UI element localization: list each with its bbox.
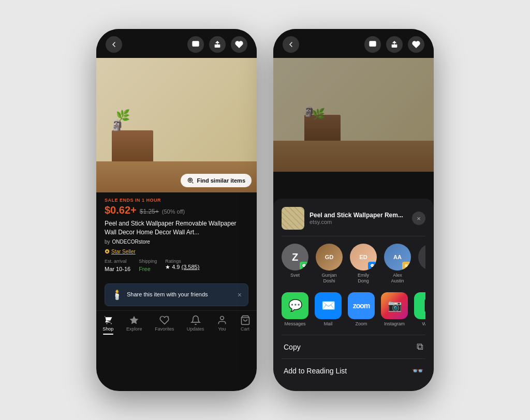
right-heart-button[interactable] <box>408 36 424 53</box>
find-similar-button[interactable]: Find similar items <box>181 174 252 187</box>
message-icon-button[interactable] <box>187 36 204 53</box>
app-instagram[interactable]: 📷 Instagram <box>381 292 408 326</box>
price-original: $1.25+ <box>140 208 159 215</box>
page-wrapper: 🌿 🗿 Find similar items SALE ENDS IN 1 HO… <box>0 0 530 420</box>
nav-cart[interactable]: Cart <box>240 315 251 335</box>
svg-rect-4 <box>370 41 376 46</box>
contact-initial-alex: AA <box>393 254 402 260</box>
app-zoom[interactable]: zoom Zoom <box>348 292 375 326</box>
copy-icon: ⧉ <box>417 341 423 352</box>
price-row: $0.62+ $1.25+ (50% off) <box>105 204 248 216</box>
contact-initial-gunjan: GD <box>325 254 334 260</box>
app-messages-label: Messages <box>284 321 305 326</box>
ratings-label: Ratings <box>165 259 199 264</box>
right-top-bar-left <box>283 36 299 53</box>
dresser <box>112 130 153 164</box>
right-wallpaper: 🌿 🗿 <box>273 58 434 172</box>
back-button[interactable] <box>106 36 122 53</box>
reading-list-icon: 👓 <box>412 365 423 377</box>
close-icon: × <box>417 215 421 222</box>
contact-initial-emily: ED <box>359 254 367 260</box>
whatsapp-icon: 📱 <box>414 292 425 319</box>
contact-name-emily: EmilyDong <box>358 273 369 284</box>
contact-alex[interactable]: AA ⊞ AlexAustin <box>384 244 411 284</box>
share-sheet-domain: etsy.com <box>310 219 407 225</box>
nav-explore[interactable]: Explore <box>126 315 142 335</box>
nav-you[interactable]: You <box>217 315 227 335</box>
right-message-button[interactable] <box>364 36 381 53</box>
right-bust: 🗿 <box>303 106 315 117</box>
nav-you-label: You <box>218 326 226 332</box>
product-info: SALE ENDS IN 1 HOUR $0.62+ $1.25+ (50% o… <box>96 192 257 283</box>
svet-badge: 💬 <box>300 262 308 270</box>
right-phone: 🌿 🗿 Peel and Stick Wallpaper Rem... etsy… <box>273 29 434 391</box>
arrival-value: Mar 10-16 <box>105 266 130 272</box>
star-seller-label: Star Seller <box>111 249 136 254</box>
instagram-icon: 📷 <box>381 292 408 319</box>
star-icon: ★ <box>165 264 170 271</box>
share-sheet: Peel and Stick Wallpaper Rem... etsy.com… <box>273 199 434 391</box>
product-title: Peel and Stick Wallpaper Removable Wallp… <box>105 219 248 237</box>
app-messages[interactable]: 💬 Messages <box>282 292 308 326</box>
app-whatsapp[interactable]: 📱 Wh... <box>414 292 425 326</box>
share-sheet-title: Peel and Stick Wallpaper Rem... <box>310 212 407 219</box>
shipping-label: Shipping <box>139 259 157 264</box>
app-mail-label: Mail <box>324 321 333 326</box>
arrival-label: Est. arrival <box>105 259 130 264</box>
reading-list-label: Add to Reading List <box>284 367 347 375</box>
share-banner-close[interactable]: × <box>238 291 242 299</box>
svg-rect-0 <box>193 41 199 46</box>
contact-emily[interactable]: ED 💬 EmilyDong <box>350 244 377 284</box>
top-bar-left <box>106 36 122 53</box>
app-mail[interactable]: ✉️ Mail <box>315 292 342 326</box>
contact-name-alex: AlexAustin <box>391 273 404 284</box>
shipping-meta: Shipping Free <box>139 259 157 273</box>
app-zoom-label: Zoom <box>355 321 367 326</box>
nav-updates[interactable]: Updates <box>187 315 204 335</box>
copy-row[interactable]: Copy ⧉ <box>282 335 425 358</box>
contact-avatar-emily: ED 💬 <box>350 244 377 271</box>
arrival-meta: Est. arrival Mar 10-16 <box>105 259 130 273</box>
share-info: Peel and Stick Wallpaper Rem... etsy.com <box>310 212 407 225</box>
right-back-button[interactable] <box>283 36 299 53</box>
product-meta: Est. arrival Mar 10-16 Shipping Free Rat… <box>105 259 248 273</box>
right-share-button[interactable] <box>386 36 403 53</box>
heart-icon-button[interactable] <box>231 36 247 53</box>
contact-gunjan[interactable]: GD GunjanDoshi <box>316 244 343 284</box>
right-top-bar-right <box>364 36 424 53</box>
price-discount: (50% off) <box>162 208 185 215</box>
right-product-image: 🌿 🗿 <box>273 58 434 172</box>
contact-avatar-more: +63 <box>418 244 425 271</box>
app-instagram-label: Instagram <box>384 321 405 326</box>
left-phone: 🌿 🗿 Find similar items SALE ENDS IN 1 HO… <box>96 29 257 391</box>
emily-badge: 💬 <box>368 262 376 270</box>
share-sheet-close-button[interactable]: × <box>412 212 425 225</box>
share-sheet-header: Peel and Stick Wallpaper Rem... etsy.com… <box>282 207 425 236</box>
wallpaper-bg: 🌿 🗿 <box>96 58 257 192</box>
top-bar <box>96 29 257 58</box>
nav-explore-label: Explore <box>126 326 142 332</box>
svg-point-2 <box>189 179 192 182</box>
by-text: by <box>105 239 110 245</box>
ratings-meta: Ratings ★ 4.9 (3,585) <box>165 259 199 273</box>
share-icon-button[interactable] <box>209 36 226 53</box>
reading-list-row[interactable]: Add to Reading List 👓 <box>282 358 425 383</box>
nav-favorites[interactable]: Favorites <box>155 315 174 335</box>
seller-name[interactable]: ONDECORstore <box>112 239 150 245</box>
star-seller-row: Star Seller <box>105 249 248 254</box>
rating-count[interactable]: (3,585) <box>181 264 199 270</box>
alex-badge: ⊞ <box>402 262 410 270</box>
contact-svet[interactable]: Z 💬 Svet <box>282 244 308 284</box>
nav-favorites-label: Favorites <box>155 326 174 332</box>
seller-row: by ONDECORstore <box>105 239 248 245</box>
contact-more[interactable]: +63 <box>418 244 425 284</box>
bust: 🗿 <box>111 119 124 131</box>
shipping-value: Free <box>139 266 151 272</box>
nav-shop[interactable]: Shop <box>102 315 113 335</box>
mail-icon: ✉️ <box>315 292 342 319</box>
contact-name-gunjan: GunjanDoshi <box>321 273 336 284</box>
star-seller-badge[interactable]: Star Seller <box>105 249 136 254</box>
price-main: $0.62+ <box>105 204 137 216</box>
right-top-bar <box>273 29 434 58</box>
bottom-nav: Shop Explore Favorites Updates You C <box>96 310 257 340</box>
